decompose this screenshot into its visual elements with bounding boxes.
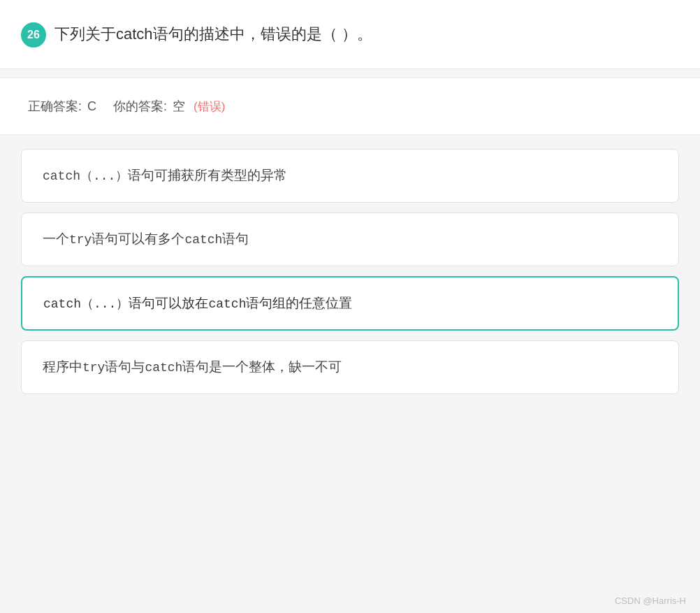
option-item-c[interactable]: catch（...）语句可以放在catch语句组的任意位置 [21, 276, 679, 331]
answer-row: 正确答案: C 你的答案: 空 (错误) [28, 98, 672, 115]
watermark: CSDN @Harris-H [615, 596, 686, 606]
option-c-text: catch（...）语句可以放在catch语句组的任意位置 [43, 296, 352, 310]
correct-answer-label: 正确答案: [28, 98, 82, 115]
page-container: 26 下列关于catch语句的描述中，错误的是（ ）。 正确答案: C 你的答案… [0, 0, 700, 613]
correct-answer-value: C [87, 99, 96, 114]
your-answer-value: 空 [173, 98, 185, 115]
options-section: catch（...）语句可捕获所有类型的异常 一个try语句可以有多个catch… [0, 135, 700, 590]
option-d-text: 程序中try语句与catch语句是一个整体，缺一不可 [43, 359, 342, 374]
your-answer-label: 你的答案: [113, 98, 167, 115]
footer: CSDN @Harris-H [0, 590, 700, 613]
option-item-d[interactable]: 程序中try语句与catch语句是一个整体，缺一不可 [21, 340, 679, 394]
option-a-text: catch（...）语句可捕获所有类型的异常 [43, 168, 287, 182]
question-section: 26 下列关于catch语句的描述中，错误的是（ ）。 [0, 0, 700, 69]
option-item-b[interactable]: 一个try语句可以有多个catch语句 [21, 212, 679, 266]
option-b-text: 一个try语句可以有多个catch语句 [43, 231, 249, 246]
answer-section: 正确答案: C 你的答案: 空 (错误) [0, 78, 700, 135]
option-item-a[interactable]: catch（...）语句可捕获所有类型的异常 [21, 149, 679, 203]
question-text: 下列关于catch语句的描述中，错误的是（ ）。 [54, 21, 372, 45]
question-number-badge: 26 [21, 22, 46, 48]
error-badge: (错误) [194, 99, 225, 115]
